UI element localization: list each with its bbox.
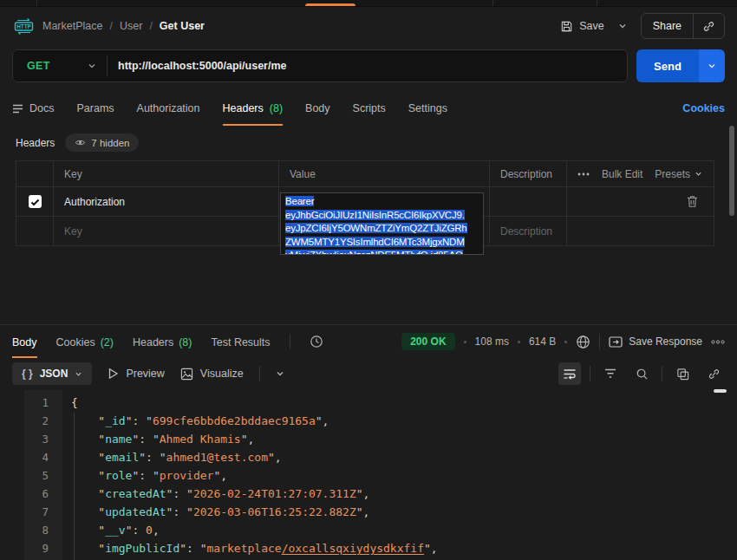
cookies-link[interactable]: Cookies	[682, 102, 725, 114]
filter-icon[interactable]	[599, 362, 622, 385]
response-tab-cookies[interactable]: Cookies (2)	[56, 325, 114, 358]
tab-settings[interactable]: Settings	[408, 90, 447, 126]
header-description-cell[interactable]	[490, 187, 567, 217]
method-selector[interactable]: GET	[13, 60, 107, 72]
tab-scripts-label: Scripts	[353, 102, 386, 114]
link-icon[interactable]	[702, 362, 725, 385]
column-checkbox-header	[16, 161, 54, 187]
tab-params[interactable]: Params	[76, 90, 114, 126]
send-options-caret[interactable]	[699, 49, 725, 82]
response-more-options-icon[interactable]	[711, 340, 725, 344]
line-number: 7	[0, 503, 54, 521]
new-description-cell[interactable]: Description	[490, 217, 567, 246]
code-line: 6 "createdAt": "2026-02-24T01:27:07.311Z…	[0, 485, 737, 503]
search-icon[interactable]	[630, 362, 653, 385]
breadcrumb-separator: /	[109, 20, 112, 32]
row-actions-cell	[567, 217, 714, 246]
response-tab-body-label: Body	[12, 336, 37, 348]
send-button[interactable]: Send	[636, 49, 699, 82]
save-response-label: Save Response	[629, 335, 702, 348]
breadcrumb-folder[interactable]: User	[120, 20, 142, 32]
response-body-viewer[interactable]: 1{2 "_id": "699cfe6bbd6e2bddaec9165a",3 …	[0, 390, 737, 560]
network-globe-icon[interactable]	[576, 335, 590, 349]
url-input[interactable]: http://localhost:5000/api/user/me	[108, 60, 287, 72]
hidden-headers-label: 7 hidden	[91, 138, 129, 148]
line-content: {	[54, 394, 78, 412]
line-content: "__v": 0,	[54, 521, 160, 539]
tab-headers-label: Headers	[223, 102, 264, 114]
line-number: 9	[0, 539, 54, 557]
response-scrollbar-thumb[interactable]	[714, 389, 727, 393]
code-line: 2 "_id": "699cfe6bbd6e2bddaec9165a",	[0, 412, 737, 430]
tab-authorization[interactable]: Authorization	[137, 90, 200, 126]
window-tab-strip	[0, 0, 737, 7]
presets-dropdown[interactable]: Presets	[655, 168, 702, 180]
copy-icon[interactable]	[671, 362, 694, 385]
tab-headers-count: (8)	[270, 102, 283, 114]
response-view-icons	[558, 362, 725, 385]
row-checkbox-checked[interactable]	[29, 195, 42, 208]
line-content: "name": "Ahmed Khamis",	[54, 430, 254, 448]
icons-divider	[662, 366, 662, 381]
tab-body-label: Body	[305, 102, 330, 114]
row-actions-cell	[567, 187, 714, 217]
format-extra-caret[interactable]	[276, 369, 284, 378]
share-group: Share	[641, 13, 725, 39]
tab-docs[interactable]: Docs	[12, 90, 54, 126]
tab-body[interactable]: Body	[305, 90, 330, 126]
breadcrumb-request-name[interactable]: Get User	[160, 20, 205, 32]
http-method-icon: HTTP	[12, 17, 36, 36]
response-tab-headers-label: Headers	[133, 336, 173, 348]
response-tab-body[interactable]: Body	[12, 325, 37, 358]
header-key-cell[interactable]: Authorization	[54, 187, 279, 217]
save-options-caret[interactable]	[616, 18, 629, 34]
response-panel: Body Cookies (2) Headers (8) Test Result…	[0, 324, 737, 560]
description-placeholder: Description	[500, 225, 552, 238]
share-button[interactable]: Share	[642, 20, 693, 32]
response-meta: 200 OK 108 ms 614 B Save Response	[401, 333, 725, 350]
breadcrumb-collection[interactable]: MarketPlace	[42, 20, 102, 32]
row-checkbox-cell	[16, 187, 54, 217]
auth-value-editor[interactable]: Bearer eyJhbGciOiJIUzI1NiIsInR5cCI6IkpXV…	[280, 192, 484, 255]
main-scrollbar-thumb[interactable]	[729, 126, 734, 216]
line-number: 5	[0, 466, 54, 485]
history-clock-icon[interactable]	[310, 335, 323, 348]
response-headers-count: (8)	[179, 336, 192, 348]
token-line: eyJhbGciOiJIUzI1NiIsInR5cCI6IkpXVCJ9.	[285, 210, 465, 220]
toolbar-divider	[259, 366, 260, 381]
request-header: HTTP MarketPlace / User / Get User Save …	[0, 7, 737, 45]
format-selector[interactable]: { } JSON	[12, 362, 92, 385]
wrap-text-icon[interactable]	[558, 362, 581, 385]
bulk-edit-button[interactable]: Bulk Edit	[602, 168, 642, 180]
copy-link-icon[interactable]	[694, 20, 724, 33]
code-line: 9 "imgPublicId": "marketplace/oxcallsqxi…	[0, 539, 737, 557]
meta-divider	[599, 334, 600, 349]
headers-table-wrapper: Key Value Description Bulk Edit Presets …	[16, 160, 714, 246]
save-response-button[interactable]: Save Response	[609, 335, 702, 348]
save-button[interactable]: Save	[560, 20, 604, 33]
save-response-icon	[609, 336, 623, 348]
send-button-group: Send	[636, 49, 725, 82]
token-line: Bearer	[285, 196, 314, 206]
response-tab-test-results[interactable]: Test Results	[211, 325, 270, 358]
response-size[interactable]: 614 B	[529, 335, 556, 348]
visualize-button[interactable]: Visualize	[180, 368, 244, 381]
new-key-cell[interactable]: Key	[54, 217, 279, 246]
line-content: "updatedAt": "2026-03-06T16:25:22.882Z",	[54, 503, 369, 521]
code-line: 5 "role": "provider",	[0, 466, 737, 485]
tab-scripts[interactable]: Scripts	[353, 90, 386, 126]
column-value-header: Value	[279, 161, 490, 187]
delete-row-icon[interactable]	[687, 195, 698, 208]
status-badge[interactable]: 200 OK	[401, 333, 454, 350]
tab-headers[interactable]: Headers (8)	[223, 90, 284, 126]
more-options-icon[interactable]	[577, 173, 590, 176]
breadcrumb: HTTP MarketPlace / User / Get User	[12, 17, 205, 36]
response-time[interactable]: 108 ms	[475, 335, 509, 348]
hidden-headers-toggle[interactable]: 7 hidden	[65, 133, 139, 152]
tab-settings-label: Settings	[408, 102, 447, 114]
preview-button[interactable]: Preview	[108, 368, 164, 380]
code-lines: 1{2 "_id": "699cfe6bbd6e2bddaec9165a",3 …	[0, 394, 737, 557]
line-number: 2	[0, 412, 54, 430]
response-tab-headers[interactable]: Headers (8)	[133, 325, 192, 358]
save-icon	[560, 20, 573, 33]
